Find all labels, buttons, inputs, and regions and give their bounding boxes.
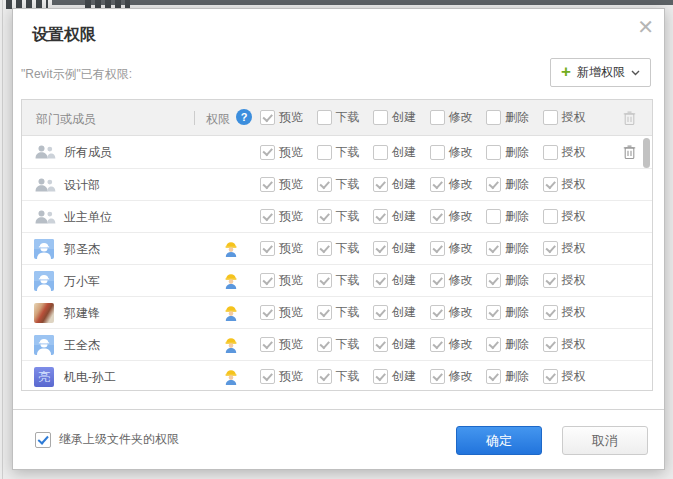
permission-checkbox[interactable]: 下载 <box>317 240 374 257</box>
permission-checkbox[interactable]: 预览 <box>260 109 317 126</box>
permission-checkbox[interactable]: 授权 <box>543 144 600 161</box>
permission-checkbox[interactable]: 创建 <box>373 240 430 257</box>
permission-checkbox[interactable]: 预览 <box>260 144 317 161</box>
permission-checkbox[interactable]: 预览 <box>260 368 317 385</box>
checkbox-icon[interactable] <box>486 305 501 320</box>
checkbox-icon[interactable] <box>317 337 332 352</box>
checkbox-icon[interactable] <box>260 337 275 352</box>
close-icon[interactable]: ✕ <box>637 17 654 37</box>
checkbox-icon[interactable] <box>543 369 558 384</box>
permission-checkbox[interactable]: 修改 <box>430 144 487 161</box>
checkbox-icon[interactable] <box>430 305 445 320</box>
help-icon[interactable]: ? <box>236 109 252 125</box>
permission-checkbox[interactable]: 删除 <box>486 240 543 257</box>
checkbox-icon[interactable] <box>373 145 388 160</box>
checkbox-icon[interactable] <box>430 369 445 384</box>
permission-checkbox[interactable]: 删除 <box>486 272 543 289</box>
permission-checkbox[interactable]: 删除 <box>486 144 543 161</box>
checkbox-icon[interactable] <box>373 241 388 256</box>
checkbox-icon[interactable] <box>486 241 501 256</box>
checkbox-icon[interactable] <box>35 432 51 448</box>
permission-checkbox[interactable]: 授权 <box>543 272 600 289</box>
permission-checkbox[interactable]: 删除 <box>486 109 543 126</box>
checkbox-icon[interactable] <box>430 241 445 256</box>
checkbox-icon[interactable] <box>260 145 275 160</box>
checkbox-icon[interactable] <box>430 145 445 160</box>
checkbox-icon[interactable] <box>317 241 332 256</box>
checkbox-icon[interactable] <box>317 273 332 288</box>
permission-checkbox[interactable]: 下载 <box>317 109 374 126</box>
permission-checkbox[interactable]: 创建 <box>373 336 430 353</box>
permission-checkbox[interactable]: 下载 <box>317 368 374 385</box>
checkbox-icon[interactable] <box>260 305 275 320</box>
permission-checkbox[interactable]: 预览 <box>260 304 317 321</box>
checkbox-icon[interactable] <box>543 305 558 320</box>
permission-checkbox[interactable]: 修改 <box>430 208 487 225</box>
delete-row-icon[interactable] <box>623 145 636 160</box>
permission-checkbox[interactable]: 删除 <box>486 304 543 321</box>
permission-checkbox[interactable]: 创建 <box>373 176 430 193</box>
permission-checkbox[interactable]: 下载 <box>317 336 374 353</box>
checkbox-icon[interactable] <box>543 110 558 125</box>
checkbox-icon[interactable] <box>543 177 558 192</box>
permission-checkbox[interactable]: 下载 <box>317 144 374 161</box>
checkbox-icon[interactable] <box>317 177 332 192</box>
permission-checkbox[interactable]: 下载 <box>317 304 374 321</box>
checkbox-icon[interactable] <box>317 145 332 160</box>
checkbox-icon[interactable] <box>373 110 388 125</box>
checkbox-icon[interactable] <box>430 273 445 288</box>
cancel-button[interactable]: 取消 <box>562 426 648 455</box>
permission-checkbox[interactable]: 授权 <box>543 176 600 193</box>
permission-checkbox[interactable]: 删除 <box>486 368 543 385</box>
permission-checkbox[interactable]: 授权 <box>543 304 600 321</box>
permission-checkbox[interactable]: 预览 <box>260 336 317 353</box>
checkbox-icon[interactable] <box>260 110 275 125</box>
checkbox-icon[interactable] <box>543 209 558 224</box>
permission-checkbox[interactable]: 修改 <box>430 368 487 385</box>
checkbox-icon[interactable] <box>317 110 332 125</box>
checkbox-icon[interactable] <box>317 209 332 224</box>
checkbox-icon[interactable] <box>430 110 445 125</box>
permission-checkbox[interactable]: 创建 <box>373 208 430 225</box>
permission-checkbox[interactable]: 创建 <box>373 304 430 321</box>
checkbox-icon[interactable] <box>260 369 275 384</box>
permission-checkbox[interactable]: 修改 <box>430 272 487 289</box>
permission-checkbox[interactable]: 预览 <box>260 272 317 289</box>
permission-checkbox[interactable]: 创建 <box>373 368 430 385</box>
checkbox-icon[interactable] <box>543 337 558 352</box>
checkbox-icon[interactable] <box>486 177 501 192</box>
checkbox-icon[interactable] <box>373 337 388 352</box>
permission-checkbox[interactable]: 创建 <box>373 109 430 126</box>
checkbox-icon[interactable] <box>430 337 445 352</box>
checkbox-icon[interactable] <box>260 177 275 192</box>
checkbox-icon[interactable] <box>486 273 501 288</box>
checkbox-icon[interactable] <box>486 209 501 224</box>
checkbox-icon[interactable] <box>373 369 388 384</box>
permission-checkbox[interactable]: 授权 <box>543 109 600 126</box>
checkbox-icon[interactable] <box>543 273 558 288</box>
checkbox-icon[interactable] <box>260 209 275 224</box>
permission-checkbox[interactable]: 创建 <box>373 272 430 289</box>
permission-checkbox[interactable]: 授权 <box>543 368 600 385</box>
permission-checkbox[interactable]: 修改 <box>430 240 487 257</box>
scrollbar-thumb[interactable] <box>643 138 650 168</box>
checkbox-icon[interactable] <box>430 177 445 192</box>
permission-checkbox[interactable]: 修改 <box>430 304 487 321</box>
permission-checkbox[interactable]: 修改 <box>430 109 487 126</box>
delete-all-icon[interactable] <box>623 110 636 125</box>
permission-checkbox[interactable]: 授权 <box>543 240 600 257</box>
checkbox-icon[interactable] <box>486 337 501 352</box>
checkbox-icon[interactable] <box>373 273 388 288</box>
permission-checkbox[interactable]: 预览 <box>260 208 317 225</box>
checkbox-icon[interactable] <box>486 145 501 160</box>
scrollbar[interactable] <box>642 137 650 389</box>
checkbox-icon[interactable] <box>317 305 332 320</box>
permission-checkbox[interactable]: 下载 <box>317 208 374 225</box>
ok-button[interactable]: 确定 <box>456 426 542 455</box>
checkbox-icon[interactable] <box>543 145 558 160</box>
permission-checkbox[interactable]: 授权 <box>543 336 600 353</box>
permission-checkbox[interactable]: 下载 <box>317 272 374 289</box>
permission-checkbox[interactable]: 下载 <box>317 176 374 193</box>
checkbox-icon[interactable] <box>317 369 332 384</box>
checkbox-icon[interactable] <box>260 241 275 256</box>
